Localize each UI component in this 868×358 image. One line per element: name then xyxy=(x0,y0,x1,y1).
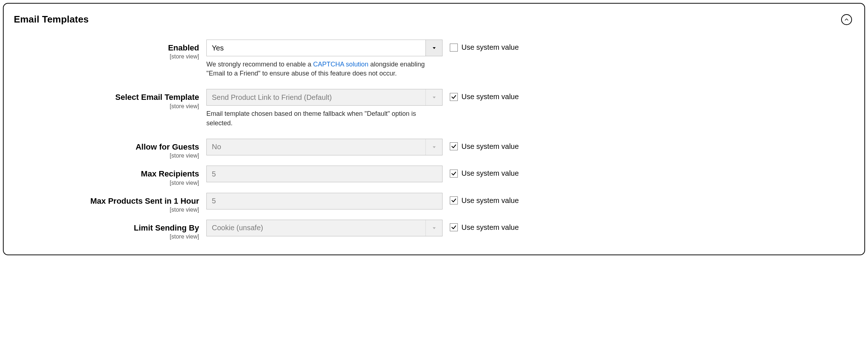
use-system-label: Use system value xyxy=(461,43,519,52)
field-row-limit-sending: Limit Sending By [store view] Cookie (un… xyxy=(14,220,852,240)
field-scope: [store view] xyxy=(14,53,199,60)
email-templates-panel: Email Templates Enabled [store view] Yes… xyxy=(3,3,865,255)
panel-header: Email Templates xyxy=(14,14,852,25)
select-value: Send Product Link to Friend (Default) xyxy=(207,89,425,105)
field-row-allow-guests: Allow for Guests [store view] No Use sys… xyxy=(14,139,852,159)
allow-guests-select[interactable]: No xyxy=(206,139,443,155)
max-recipients-input[interactable] xyxy=(206,166,443,182)
chevron-down-icon xyxy=(425,89,442,105)
chevron-down-icon xyxy=(425,40,442,56)
field-label: Limit Sending By xyxy=(14,223,199,233)
use-system-checkbox[interactable] xyxy=(450,93,458,101)
use-system-col: Use system value xyxy=(450,193,559,205)
use-system-col: Use system value xyxy=(450,139,559,151)
use-system-col: Use system value xyxy=(450,166,559,178)
field-row-select-template: Select Email Template [store view] Send … xyxy=(14,89,852,127)
label-col: Allow for Guests [store view] xyxy=(14,139,199,159)
use-system-label: Use system value xyxy=(461,223,519,232)
label-col: Max Products Sent in 1 Hour [store view] xyxy=(14,193,199,213)
use-system-label: Use system value xyxy=(461,142,519,151)
panel-title: Email Templates xyxy=(14,14,89,25)
collapse-button[interactable] xyxy=(841,14,852,25)
label-col: Limit Sending By [store view] xyxy=(14,220,199,240)
use-system-checkbox[interactable] xyxy=(450,196,458,204)
use-system-label: Use system value xyxy=(461,196,519,205)
field-scope: [store view] xyxy=(14,207,199,213)
field-label: Enabled xyxy=(14,43,199,53)
control-col xyxy=(206,166,443,182)
use-system-checkbox[interactable] xyxy=(450,170,458,178)
field-label: Max Recipients xyxy=(14,169,199,179)
field-label: Max Products Sent in 1 Hour xyxy=(14,196,199,206)
chevron-down-icon xyxy=(425,139,442,155)
check-icon xyxy=(451,94,457,100)
field-label: Allow for Guests xyxy=(14,142,199,152)
enabled-select[interactable]: Yes xyxy=(206,40,443,56)
use-system-col: Use system value xyxy=(450,40,559,52)
field-note: Email template chosen based on theme fal… xyxy=(206,109,443,127)
control-col: Send Product Link to Friend (Default) Em… xyxy=(206,89,443,127)
use-system-col: Use system value xyxy=(450,89,559,101)
captcha-solution-link[interactable]: CAPTCHA solution xyxy=(313,61,368,68)
control-col: Cookie (unsafe) xyxy=(206,220,443,236)
check-icon xyxy=(451,171,457,176)
use-system-label: Use system value xyxy=(461,93,519,101)
max-products-input[interactable] xyxy=(206,193,443,209)
chevron-down-icon xyxy=(425,220,442,236)
chevron-up-icon xyxy=(844,17,849,22)
select-email-template-select[interactable]: Send Product Link to Friend (Default) xyxy=(206,89,443,106)
field-row-enabled: Enabled [store view] Yes We strongly rec… xyxy=(14,40,852,78)
select-value: Cookie (unsafe) xyxy=(207,220,425,236)
use-system-checkbox[interactable] xyxy=(450,223,458,231)
field-scope: [store view] xyxy=(14,103,199,110)
check-icon xyxy=(451,198,457,203)
field-row-max-recipients: Max Recipients [store view] Use system v… xyxy=(14,166,852,186)
field-row-max-products: Max Products Sent in 1 Hour [store view]… xyxy=(14,193,852,213)
note-text-pre: We strongly recommend to enable a xyxy=(206,61,313,68)
control-col: No xyxy=(206,139,443,155)
field-note: We strongly recommend to enable a CAPTCH… xyxy=(206,60,443,78)
select-value: Yes xyxy=(207,40,425,56)
control-col xyxy=(206,193,443,209)
select-value: No xyxy=(207,139,425,155)
label-col: Select Email Template [store view] xyxy=(14,89,199,109)
check-icon xyxy=(451,224,457,230)
field-scope: [store view] xyxy=(14,152,199,159)
use-system-checkbox[interactable] xyxy=(450,44,458,52)
field-scope: [store view] xyxy=(14,180,199,186)
limit-sending-select[interactable]: Cookie (unsafe) xyxy=(206,220,443,236)
label-col: Max Recipients [store view] xyxy=(14,166,199,186)
label-col: Enabled [store view] xyxy=(14,40,199,60)
check-icon xyxy=(451,143,457,149)
use-system-checkbox[interactable] xyxy=(450,142,458,150)
use-system-col: Use system value xyxy=(450,220,559,232)
use-system-label: Use system value xyxy=(461,169,519,178)
control-col: Yes We strongly recommend to enable a CA… xyxy=(206,40,443,78)
field-label: Select Email Template xyxy=(14,93,199,102)
field-scope: [store view] xyxy=(14,233,199,240)
